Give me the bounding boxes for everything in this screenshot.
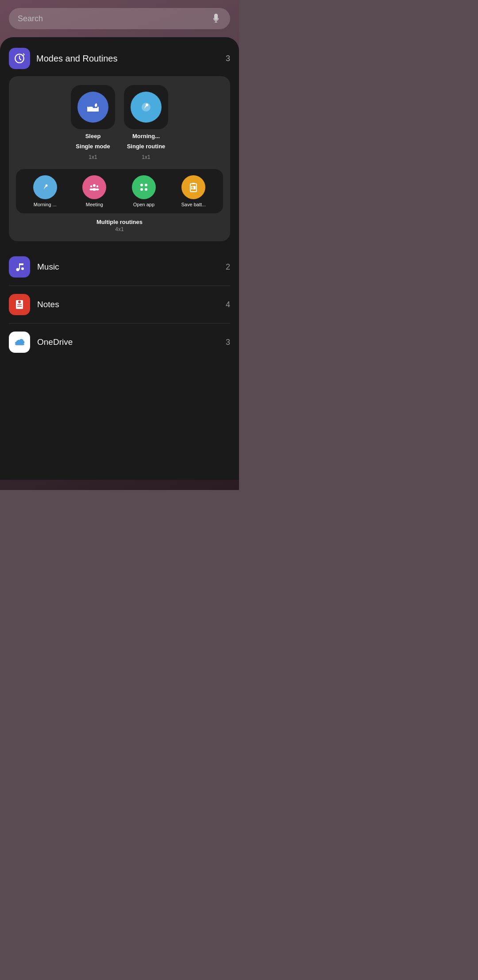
notes-app-name: Notes xyxy=(37,300,59,309)
modes-routines-header: Modes and Routines 3 xyxy=(9,48,230,69)
routine-openapp-label: Open app xyxy=(133,202,154,207)
single-routine-label: Single routine xyxy=(127,143,166,150)
multiple-routines-label: Multiple routines xyxy=(16,219,223,225)
widget-top-row: Sleep Single mode 1x1 M xyxy=(16,85,223,160)
sleep-icon-box xyxy=(71,85,115,129)
svg-point-11 xyxy=(93,184,96,187)
svg-point-9 xyxy=(146,104,148,106)
single-routine-size: 1x1 xyxy=(142,154,150,160)
savebatt-routine-circle xyxy=(181,175,205,199)
morning-icon-label: Morning... xyxy=(132,133,160,139)
sleep-icon-label: Sleep xyxy=(85,133,101,139)
music-app-count: 2 xyxy=(226,262,230,272)
notes-app-info: Notes xyxy=(37,300,219,309)
svg-rect-6 xyxy=(97,107,99,111)
search-area xyxy=(0,0,239,37)
svg-rect-27 xyxy=(19,263,23,265)
svg-point-17 xyxy=(140,184,143,186)
modes-section-count: 3 xyxy=(226,54,230,63)
routine-openapp: Open app xyxy=(132,175,156,207)
modes-section-title: Modes and Routines xyxy=(36,54,117,64)
modes-app-icon xyxy=(9,48,30,69)
svg-rect-5 xyxy=(87,107,89,111)
meeting-routine-icon xyxy=(89,181,100,193)
multiple-routines-footer: Multiple routines 4x1 xyxy=(16,219,223,232)
svg-point-16 xyxy=(96,189,99,190)
svg-point-12 xyxy=(90,185,92,187)
svg-point-10 xyxy=(45,185,47,187)
morning-routine-icon xyxy=(39,181,51,193)
single-mode-label: Single mode xyxy=(76,143,110,150)
morning-icon-box xyxy=(124,85,168,129)
morning-circle xyxy=(131,92,162,123)
onedrive-app-item[interactable]: OneDrive 3 xyxy=(9,323,230,361)
routine-savebatt-label: Save batt... xyxy=(181,202,206,207)
single-routine-widget[interactable]: Morning... Single routine 1x1 xyxy=(124,85,168,160)
music-app-icon xyxy=(9,256,30,278)
single-mode-size: 1x1 xyxy=(89,154,97,160)
routine-morning: Morning ... xyxy=(33,175,57,207)
routine-savebatt: Save batt... xyxy=(181,175,206,207)
meeting-routine-circle xyxy=(82,175,106,199)
svg-point-29 xyxy=(18,301,21,303)
openapp-routine-icon xyxy=(138,181,150,193)
sleep-svg xyxy=(85,99,101,115)
music-app-name: Music xyxy=(37,262,59,271)
mic-icon[interactable] xyxy=(211,13,221,24)
single-mode-widget[interactable]: Sleep Single mode 1x1 xyxy=(71,85,115,160)
notes-app-icon xyxy=(9,294,30,315)
onedrive-app-info: OneDrive xyxy=(37,337,219,347)
onedrive-app-count: 3 xyxy=(226,338,230,347)
svg-point-25 xyxy=(21,267,24,270)
search-input[interactable] xyxy=(18,14,206,23)
app-list: Music 2 Notes 4 xyxy=(9,248,230,361)
svg-point-18 xyxy=(145,184,147,186)
sleep-circle xyxy=(77,92,108,123)
onedrive-app-icon xyxy=(9,332,30,353)
svg-point-20 xyxy=(145,188,147,191)
notes-icon-svg xyxy=(14,299,25,310)
notes-app-count: 4 xyxy=(226,300,230,309)
routine-meeting-label: Meeting xyxy=(86,202,103,207)
onedrive-app-name: OneDrive xyxy=(37,337,73,347)
svg-point-19 xyxy=(140,188,143,191)
music-app-info: Music xyxy=(37,262,219,272)
modes-title-row: Modes and Routines xyxy=(9,48,117,69)
music-icon-svg xyxy=(14,261,25,273)
svg-rect-4 xyxy=(87,110,99,112)
morning-note-svg xyxy=(138,99,154,115)
svg-point-24 xyxy=(16,268,19,271)
openapp-routine-circle xyxy=(132,175,156,199)
multiple-routines-size: 4x1 xyxy=(16,226,223,232)
svg-point-15 xyxy=(90,189,93,190)
music-app-item[interactable]: Music 2 xyxy=(9,248,230,286)
svg-point-13 xyxy=(96,185,98,187)
modes-icon-svg xyxy=(14,53,25,64)
routine-morning-label: Morning ... xyxy=(34,202,57,207)
search-bar[interactable] xyxy=(9,8,230,29)
widget-preview-card: Sleep Single mode 1x1 M xyxy=(9,76,230,241)
svg-rect-22 xyxy=(192,183,195,184)
routine-meeting: Meeting xyxy=(82,175,106,207)
onedrive-icon-svg xyxy=(13,336,26,348)
multiple-routines-widget[interactable]: Morning ... Meeting xyxy=(16,169,223,213)
svg-rect-7 xyxy=(89,107,93,110)
morning-routine-circle xyxy=(33,175,57,199)
notes-app-item[interactable]: Notes 4 xyxy=(9,286,230,323)
main-sheet: Modes and Routines 3 xyxy=(0,37,239,480)
savebatt-routine-icon xyxy=(188,181,199,193)
